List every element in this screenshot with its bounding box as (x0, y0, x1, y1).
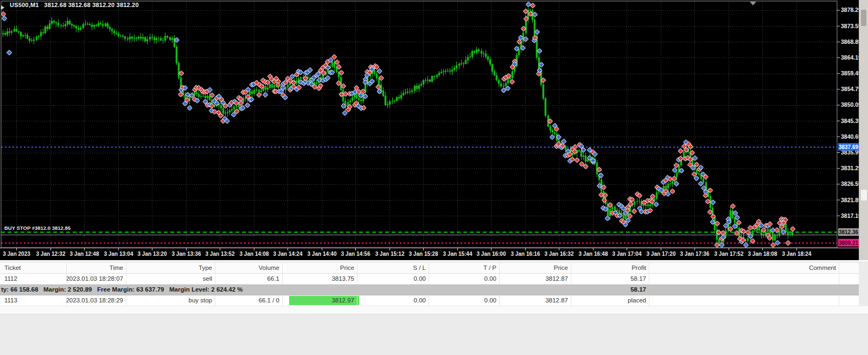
column-separator (839, 274, 839, 284)
chart-region[interactable]: BUY STOP #3812.0 3812.853878.293873.5938… (0, 0, 859, 260)
column-header-type[interactable]: Type (199, 263, 212, 273)
column-separator (126, 274, 126, 284)
time-tick-label: 3 Jan 17:36 (680, 251, 710, 257)
cell-price: 3812.97 (331, 295, 354, 306)
time-tick-label: 3 Jan 14:56 (341, 251, 371, 257)
signal-marker-red (692, 172, 697, 177)
time-tick-label: 3 Jan 15:44 (443, 251, 473, 257)
signal-marker-red (575, 158, 579, 163)
signal-marker-blue (7, 50, 12, 55)
table-empty-area (0, 306, 868, 314)
column-separator (429, 263, 429, 273)
column-header-sl[interactable]: S / L (413, 263, 426, 273)
column-separator (571, 263, 571, 273)
signal-marker-red (179, 71, 184, 76)
signal-marker-red (720, 231, 725, 236)
signal-marker-blue (263, 93, 268, 98)
trade-markers (1, 2, 795, 248)
signal-marker-red (1, 12, 6, 17)
signal-marker-red (376, 85, 381, 89)
signal-marker-red (670, 189, 675, 194)
cell-ticket: 1113 (4, 295, 17, 306)
order-row-1112[interactable]: 11122023.01.03 18:28:07sell66.13813.750.… (0, 274, 859, 285)
column-header-price[interactable]: Price (340, 263, 354, 273)
order-row-1113[interactable]: 11132023.01.03 18:28:29buy stop66.1 / 03… (0, 295, 859, 306)
column-separator (357, 295, 358, 306)
price-tick-label: 3878.29 (841, 7, 859, 13)
column-separator (66, 295, 67, 306)
column-header-volume[interactable]: Volume (259, 263, 279, 273)
cell-price2: 3812.87 (545, 295, 568, 306)
column-header-profit[interactable]: Profit (631, 263, 646, 273)
symbol-ohlc-info: US500,M1 3812.68 3812.68 3812.20 3812.20 (10, 2, 139, 8)
time-tick-label: 3 Jan 17:20 (647, 251, 676, 257)
signal-marker-blue (290, 74, 295, 79)
cell-price: 3813.75 (331, 274, 354, 284)
price-tick-label: 3868.89 (841, 38, 859, 45)
column-separator (357, 263, 358, 273)
pending-order-label: BUY STOP #3812.0 3812.85 (4, 225, 71, 231)
column-header-time[interactable]: Time (110, 263, 123, 273)
signal-marker-blue (694, 176, 699, 181)
column-header-ticket[interactable]: Ticket (4, 263, 21, 273)
scroll-to-end-icon[interactable] (750, 2, 756, 5)
price-tick-label: 3826.59 (841, 180, 859, 187)
account-summary-text: ty: 66 158.68 Margin: 2 520.89 Free Marg… (1, 285, 243, 295)
column-header-price2[interactable]: Price (554, 263, 568, 273)
bid-price-line-label: 3837.69 (839, 144, 859, 150)
time-tick-label: 3 Jan 16:16 (511, 251, 540, 257)
cell-tp: 0.00 (484, 274, 496, 284)
signal-marker-red (339, 70, 344, 75)
price-tick-label: 3845.39 (841, 118, 859, 124)
column-separator (282, 295, 283, 306)
signal-marker-blue (342, 111, 347, 115)
signal-marker-blue (775, 241, 780, 246)
signal-marker-red (748, 225, 753, 230)
time-tick-label: 3 Jan 14:24 (273, 251, 303, 257)
signal-marker-red (531, 3, 535, 8)
signal-marker-blue (537, 49, 542, 54)
column-separator (282, 263, 283, 273)
trade-terminal-panel: TicketTimeTypeVolumePriceS / LT / PPrice… (0, 260, 868, 355)
price-axis[interactable]: 3878.293873.593868.893864.193859.493854.… (837, 7, 859, 246)
column-separator (126, 295, 126, 306)
column-separator (649, 295, 649, 306)
time-tick-label: 3 Jan 14:40 (308, 251, 337, 257)
price-chart[interactable]: BUY STOP #3812.0 3812.853878.293873.5938… (0, 0, 859, 260)
column-header-comment[interactable]: Comment (809, 263, 836, 273)
time-tick-label: 3 Jan 14:08 (240, 251, 269, 257)
time-tick-label: 3 Jan 16:48 (579, 251, 608, 257)
column-separator (649, 274, 649, 284)
scrollbar-thumb-secondary[interactable] (861, 190, 867, 201)
signal-marker-blue (561, 139, 566, 144)
cell-time: 2023.01.03 18:28:07 (66, 274, 123, 284)
cell-type: sell (203, 274, 212, 284)
time-tick-label: 3 Jan 15:28 (409, 251, 438, 257)
cell-price2: 3812.87 (545, 274, 568, 284)
signal-marker-red (771, 243, 776, 248)
cell-profit: 58.17 (630, 274, 646, 284)
signal-marker-red (257, 93, 261, 98)
cell-sl: 0.00 (414, 295, 426, 306)
window-scroll-strip[interactable] (859, 0, 868, 260)
column-separator (429, 295, 429, 306)
signal-marker-blue (550, 135, 555, 140)
column-separator (66, 263, 67, 273)
mt-terminal-window: BUY STOP #3812.0 3812.853878.293873.5938… (0, 0, 868, 355)
chart-shift-icon (1, 5, 4, 10)
column-separator (499, 295, 500, 306)
cell-sl: 0.00 (414, 274, 426, 284)
column-header-tp[interactable]: T / P (483, 263, 496, 273)
scrollbar-thumb[interactable] (861, 10, 866, 26)
price-tick-label: 3831.29 (841, 165, 859, 171)
price-tick-label: 3854.79 (841, 86, 859, 92)
signal-marker-blue (605, 216, 610, 221)
cell-time: 2023.01.03 18:28:29 (66, 295, 123, 306)
signal-marker-blue (526, 2, 531, 7)
time-tick-label: 3 Jan 13:20 (138, 251, 167, 257)
time-axis[interactable]: 3 Jan 20233 Jan 12:323 Jan 12:483 Jan 13… (0, 248, 859, 257)
column-separator (839, 263, 839, 273)
time-tick-label: 3 Jan 16:32 (545, 251, 574, 257)
cell-type: buy stop (189, 295, 212, 306)
column-separator (282, 274, 283, 284)
